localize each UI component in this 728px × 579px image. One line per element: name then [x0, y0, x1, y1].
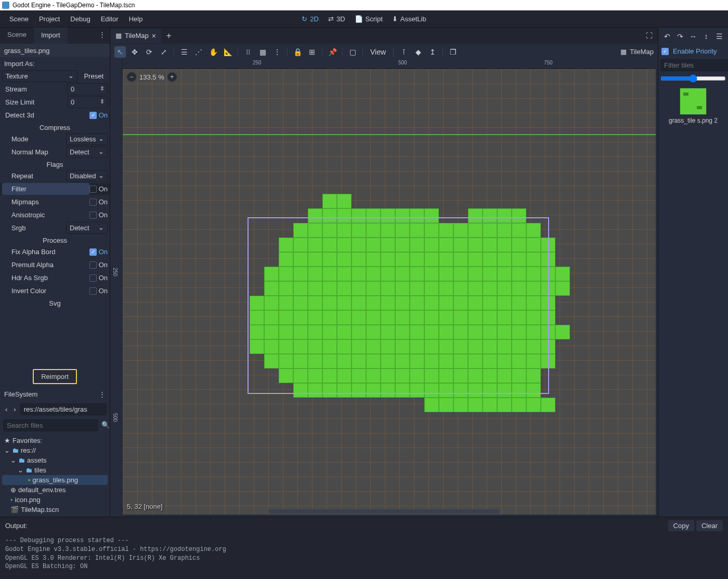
layers-icon[interactable]: ❐: [447, 46, 459, 58]
ruler-icon[interactable]: 📐: [222, 46, 233, 58]
zoom-out-icon[interactable]: −: [127, 72, 136, 82]
anchor-icon[interactable]: ↥: [427, 46, 438, 58]
tilemap-area[interactable]: [206, 194, 570, 412]
tree-grass-png[interactable]: ▪grass_tiles.png: [2, 475, 108, 485]
grid-icon: ▦: [115, 32, 122, 40]
bone-icon[interactable]: 📌: [327, 46, 338, 58]
invert-checkbox[interactable]: [89, 287, 97, 295]
premult-checkbox[interactable]: [89, 261, 97, 269]
workspace-3d[interactable]: ⇄3D: [328, 15, 345, 23]
flip-h-icon[interactable]: ↔: [687, 31, 699, 42]
path-field[interactable]: res://assets/tiles/gras: [20, 403, 107, 415]
select-tool-icon[interactable]: ↖: [114, 46, 126, 58]
clear-button[interactable]: Clear: [696, 520, 723, 531]
mode-select[interactable]: Lossless: [66, 133, 108, 145]
tree-tilemap[interactable]: 🎬TileMap.tscn: [2, 505, 108, 515]
chevron-down-icon: ⌄: [4, 446, 10, 454]
image-icon: ▪: [10, 496, 13, 504]
center-icon[interactable]: ⊺: [398, 46, 409, 58]
workspace-assetlib[interactable]: ⬇AssetLib: [392, 15, 426, 23]
filter-tiles-input[interactable]: [660, 59, 728, 71]
menu-debug[interactable]: Debug: [65, 13, 95, 25]
reimport-button[interactable]: Reimport: [33, 369, 77, 384]
move-tool-icon[interactable]: ✥: [129, 46, 140, 58]
copy-button[interactable]: Copy: [668, 520, 694, 531]
flip-v-icon[interactable]: ↕: [700, 31, 712, 42]
scale-tool-icon[interactable]: ⤢: [158, 46, 170, 58]
menu-help[interactable]: Help: [124, 13, 148, 25]
fixalpha-checkbox[interactable]: ✓: [89, 248, 97, 256]
snap-menu-icon[interactable]: ⋮: [271, 46, 283, 58]
view-menu[interactable]: View: [367, 46, 389, 58]
rotate-tool-icon[interactable]: ⟳: [144, 46, 155, 58]
scrollbar-h[interactable]: [268, 509, 500, 514]
tree-res[interactable]: ⌄🖿res://: [2, 445, 108, 455]
lock-icon[interactable]: 🔒: [292, 46, 303, 58]
nav-fwd-icon[interactable]: ›: [11, 404, 18, 414]
menu-project[interactable]: Project: [34, 13, 65, 25]
repeat-select[interactable]: Disabled: [66, 170, 108, 182]
enable-priority-checkbox[interactable]: ✓: [661, 48, 669, 55]
workspace-script[interactable]: 📄Script: [355, 15, 383, 23]
sizelimit-label: Size Limit: [2, 96, 67, 108]
preset-button[interactable]: Preset: [80, 71, 108, 82]
detect3d-checkbox[interactable]: ✓: [89, 112, 97, 119]
undo-icon[interactable]: ↶: [661, 31, 673, 42]
workspace-2d[interactable]: ↻2D: [302, 15, 319, 23]
snap-icon[interactable]: ⁝⁝: [242, 46, 254, 58]
group-icon[interactable]: ⊞: [306, 46, 318, 58]
image-icon: ▪: [28, 476, 31, 484]
tree-tiles[interactable]: ⌄🖿tiles: [2, 465, 108, 475]
import-type-select[interactable]: Texture: [2, 70, 77, 82]
srgb-label: Srgb: [2, 222, 66, 234]
aniso-checkbox[interactable]: [89, 212, 97, 219]
camera-icon[interactable]: ▢: [347, 46, 358, 58]
import-file: grass_tiles.png: [0, 44, 110, 57]
tree-assets[interactable]: ⌄🖿assets: [2, 455, 108, 465]
tile-thumb[interactable]: grass_tile s.png 2: [660, 86, 726, 126]
tilemap-label: TileMap: [630, 48, 654, 56]
tile-size-slider[interactable]: [660, 74, 726, 83]
normalmap-select[interactable]: Detect: [66, 146, 108, 158]
tab-import[interactable]: Import: [34, 28, 68, 44]
ruler-vertical: 250 500: [112, 60, 123, 515]
dock-menu-icon[interactable]: ⋮: [99, 390, 106, 398]
menu-editor[interactable]: Editor: [96, 13, 124, 25]
srgb-select[interactable]: Detect: [66, 222, 108, 234]
lock-children-icon[interactable]: ⋰: [193, 46, 204, 58]
distraction-free-icon[interactable]: ⛶: [641, 29, 658, 43]
sizelimit-spinner[interactable]: 0: [67, 96, 108, 108]
pan-icon[interactable]: ✋: [207, 46, 219, 58]
grid-snap-icon[interactable]: ▦: [257, 46, 268, 58]
zoom-in-icon[interactable]: +: [167, 72, 177, 82]
tree-env[interactable]: ⊕default_env.tres: [2, 485, 108, 495]
folder-icon: 🖿: [18, 456, 25, 464]
redo-icon[interactable]: ↷: [674, 31, 686, 42]
canvas-viewport[interactable]: [123, 69, 656, 515]
close-icon[interactable]: ×: [152, 32, 156, 40]
tree-icon[interactable]: ▪icon.png: [2, 495, 108, 505]
filter-checkbox[interactable]: [89, 186, 97, 193]
search-input[interactable]: [3, 419, 98, 431]
coord-readout: 5, 32 [none]: [127, 503, 163, 510]
repeat-label: Repeat: [2, 170, 66, 182]
folder-icon: 🖿: [25, 466, 32, 474]
favorites-item[interactable]: ★Favorites:: [2, 436, 108, 445]
sphere-icon: ⊕: [10, 486, 16, 494]
mipmaps-checkbox[interactable]: [89, 199, 97, 206]
add-scene-icon[interactable]: +: [161, 28, 176, 44]
download-icon: ⬇: [392, 15, 398, 23]
settings-icon[interactable]: ☰: [713, 31, 725, 42]
star-icon: ★: [4, 437, 10, 444]
key-icon[interactable]: ◆: [412, 46, 424, 58]
menu-scene[interactable]: Scene: [4, 13, 34, 25]
list-select-icon[interactable]: ☰: [178, 46, 190, 58]
scene-tab-tilemap[interactable]: ▦ TileMap ×: [110, 29, 161, 43]
window-title: Godot Engine - TileGapDemo - TileMap.tsc…: [12, 2, 135, 9]
reload-icon: ↻: [302, 15, 307, 23]
stream-spinner[interactable]: 0: [67, 83, 108, 95]
tab-scene[interactable]: Scene: [0, 28, 34, 44]
dock-menu-icon[interactable]: ⋮: [95, 28, 110, 44]
nav-back-icon[interactable]: ‹: [3, 404, 9, 414]
hdrsrgb-checkbox[interactable]: [89, 274, 97, 282]
